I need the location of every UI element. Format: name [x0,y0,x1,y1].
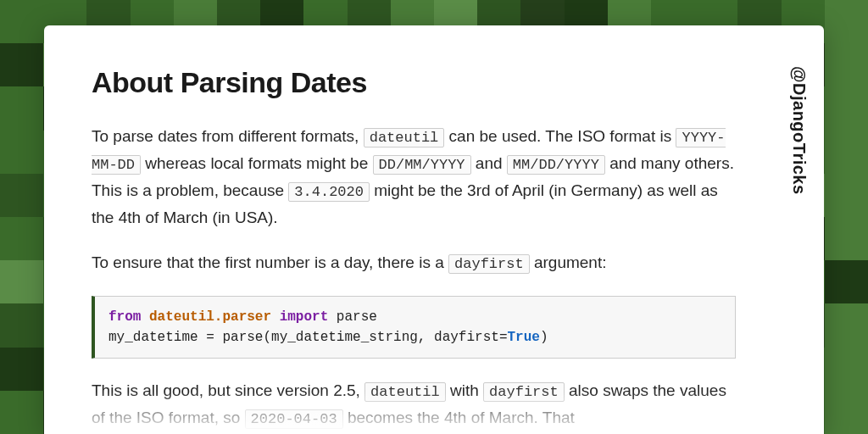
text: To ensure that the first number is a day… [92,253,448,271]
article-content: About Parsing Dates To parse dates from … [92,66,736,431]
code-inline: 2020-04-03 [245,409,343,429]
code-inline: dayfirst [448,254,530,274]
text: can be used. The ISO format is [444,127,676,145]
code-block: from dateutil.parser import parse my_dat… [92,296,736,359]
keyword: import [280,309,329,325]
code-inline: dateutil [364,128,445,147]
keyword: from [108,309,141,325]
text: ) [540,330,548,345]
text: with [446,381,483,399]
paragraph-1: To parse dates from different formats, d… [92,123,736,231]
text: argument: [530,253,607,271]
code-inline: DD/MM/YYYY [373,155,471,175]
author-handle: @DjangoTricks [789,66,809,195]
text: This is all good, but since version 2.5, [92,381,364,399]
code-inline: MM/DD/YYYY [507,155,605,175]
text: parse [328,309,377,325]
module: dateutil.parser [149,309,271,325]
article-card: @DjangoTricks About Parsing Dates To par… [44,25,824,434]
boolean: True [507,330,539,345]
text: and [471,154,507,172]
code-inline: 3.4.2020 [288,182,370,202]
code-inline: dateutil [364,382,446,402]
text: my_datetime = parse(my_datetime_string, … [108,330,507,345]
text: becomes the 4th of March. That [343,409,575,426]
text: whereas local formats might be [141,154,373,172]
paragraph-3: This is all good, but since version 2.5,… [92,377,736,431]
code-inline: dayfirst [483,382,565,402]
page-title: About Parsing Dates [92,66,736,99]
text: To parse dates from different formats, [92,127,364,145]
paragraph-2: To ensure that the first number is a day… [92,249,736,276]
